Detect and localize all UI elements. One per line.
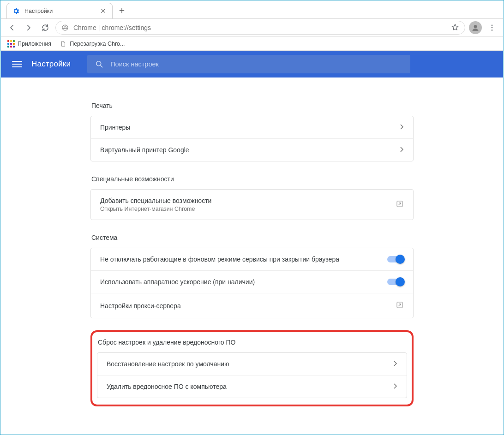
page-icon (60, 40, 67, 48)
row-printers-label: Принтеры (100, 124, 130, 131)
bookmark-item-1[interactable]: Перезагрузка Chro... (60, 40, 125, 48)
chevron-right-icon (394, 360, 397, 368)
row-hardware-accel[interactable]: Использовать аппаратное ускорение (при н… (91, 270, 413, 293)
row-background-apps-label: Не отключать работающие в фоновом режиме… (100, 256, 339, 263)
row-background-apps[interactable]: Не отключать работающие в фоновом режиме… (91, 248, 413, 270)
menu-icon[interactable] (12, 59, 22, 69)
card-a11y: Добавить специальные возможности Открыть… (90, 189, 414, 220)
row-restore-defaults-label: Восстановление настроек по умолчанию (107, 360, 229, 368)
row-proxy[interactable]: Настройки прокси-сервера (91, 293, 413, 318)
new-tab-button[interactable] (115, 4, 128, 17)
tab-title: Настройки (24, 8, 96, 14)
external-link-icon (396, 301, 404, 310)
tab-close-button[interactable] (99, 7, 107, 15)
row-add-a11y-label: Добавить специальные возможности (100, 197, 211, 204)
svg-point-2 (64, 27, 66, 29)
settings-search[interactable] (87, 55, 410, 73)
gear-icon (12, 7, 20, 15)
row-cloud-print-label: Виртуальный принтер Google (100, 146, 189, 154)
section-title-reset: Сброс настроек и удаление вредоносного П… (98, 339, 407, 346)
row-hardware-accel-label: Использовать аппаратное ускорение (при н… (100, 278, 255, 286)
bookmark-item-1-label: Перезагрузка Chro... (70, 41, 125, 47)
profile-avatar[interactable] (469, 21, 482, 34)
toggle-hardware-accel[interactable] (387, 279, 404, 285)
browser-toolbar: Chrome|chrome://settings (1, 18, 503, 37)
bookmark-star-icon[interactable] (451, 23, 459, 33)
row-printers[interactable]: Принтеры (91, 116, 413, 138)
tab-strip: Настройки (1, 1, 503, 18)
card-system: Не отключать работающие в фоновом режиме… (90, 248, 414, 318)
svg-point-3 (474, 25, 477, 28)
section-title-system: Система (91, 234, 414, 241)
section-title-print: Печать (91, 102, 414, 109)
settings-scroll[interactable]: Печать Принтеры Виртуальный принтер Goog… (1, 77, 503, 434)
forward-button[interactable] (22, 21, 35, 34)
row-cloud-print[interactable]: Виртуальный принтер Google (91, 138, 413, 161)
search-icon (95, 60, 104, 69)
apps-grid-icon (7, 40, 15, 48)
row-cleanup[interactable]: Удалить вредоносное ПО с компьютера (97, 375, 407, 398)
reload-button[interactable] (39, 21, 52, 34)
card-print: Принтеры Виртуальный принтер Google (90, 116, 414, 161)
back-button[interactable] (6, 21, 18, 34)
row-cleanup-label: Удалить вредоносное ПО с компьютера (107, 383, 227, 390)
chevron-right-icon (394, 383, 397, 390)
chrome-icon (61, 24, 69, 31)
svg-point-5 (492, 27, 493, 29)
page-content: Настройки Печать Принтеры Виртуальный пр… (1, 51, 503, 434)
external-link-icon (396, 200, 404, 209)
chevron-right-icon (400, 124, 404, 131)
bookmarks-bar: Приложения Перезагрузка Chro... (1, 37, 503, 51)
card-reset: Восстановление настроек по умолчанию Уда… (97, 352, 407, 398)
svg-point-6 (492, 30, 493, 31)
highlight-reset-section: Сброс настроек и удаление вредоносного П… (90, 330, 414, 406)
browser-window: Настройки Chrome|chrome://settings (0, 0, 504, 435)
settings-search-input[interactable] (110, 60, 403, 68)
url-scheme-label: Chrome|chrome://settings (73, 24, 151, 31)
chevron-right-icon (400, 146, 404, 154)
address-bar[interactable]: Chrome|chrome://settings (55, 21, 465, 35)
row-restore-defaults[interactable]: Восстановление настроек по умолчанию (97, 353, 407, 375)
row-proxy-label: Настройки прокси-сервера (100, 302, 181, 310)
browser-menu-button[interactable] (486, 21, 498, 34)
toggle-background-apps[interactable] (387, 256, 404, 262)
svg-point-4 (492, 24, 493, 26)
bookmark-apps-label: Приложения (18, 41, 51, 47)
row-add-a11y[interactable]: Добавить специальные возможности Открыть… (91, 190, 413, 220)
tab-settings[interactable]: Настройки (6, 3, 113, 18)
row-add-a11y-sublabel: Открыть Интернет-магазин Chrome (100, 206, 211, 212)
bookmark-apps[interactable]: Приложения (7, 40, 51, 48)
section-title-a11y: Специальные возможности (91, 175, 414, 183)
settings-header: Настройки (1, 51, 503, 77)
settings-title: Настройки (31, 60, 71, 69)
